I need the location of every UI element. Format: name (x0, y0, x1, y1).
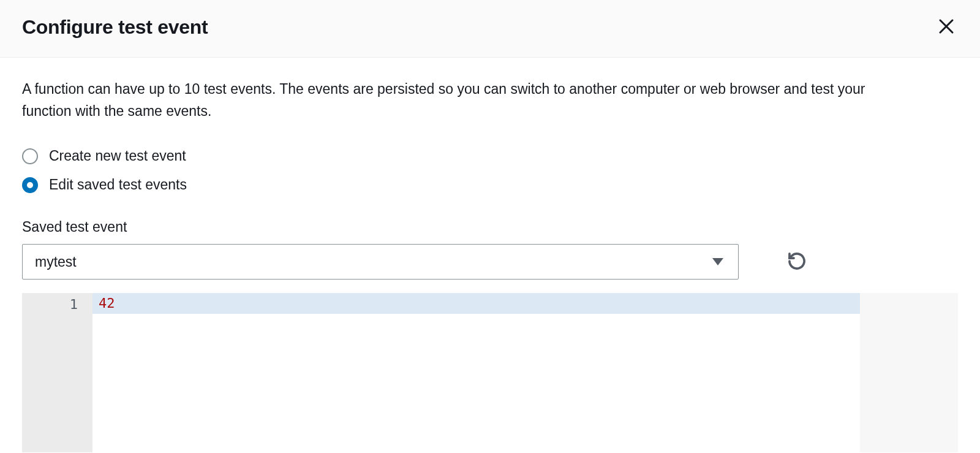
caret-down-icon (712, 258, 723, 265)
saved-test-event-row: mytest (22, 244, 958, 280)
code-editor[interactable]: 1 42 (22, 293, 958, 452)
code-line[interactable]: 42 (92, 293, 958, 314)
svg-marker-2 (712, 258, 723, 265)
modal-header: Configure test event (0, 0, 980, 58)
editor-code-area[interactable]: 42 (92, 293, 958, 452)
radio-inner-dot (27, 182, 33, 188)
editor-scrollbar-region[interactable] (860, 293, 958, 452)
modal-title: Configure test event (22, 16, 208, 39)
radio-icon (22, 148, 38, 164)
close-button[interactable] (935, 15, 958, 40)
editor-gutter: 1 (22, 293, 92, 452)
description-text: A function can have up to 10 test events… (22, 78, 910, 122)
select-value: mytest (35, 254, 726, 270)
refresh-button[interactable] (784, 248, 810, 276)
radio-label: Edit saved test events (49, 177, 187, 193)
gutter-line-number: 1 (22, 294, 92, 315)
radio-create-new-test-event[interactable]: Create new test event (22, 148, 958, 164)
radio-edit-saved-test-events[interactable]: Edit saved test events (22, 177, 958, 193)
modal-body: A function can have up to 10 test events… (0, 58, 980, 452)
radio-label: Create new test event (49, 148, 186, 164)
saved-test-event-select[interactable]: mytest (22, 244, 739, 280)
radio-icon (22, 177, 38, 193)
test-event-mode-radio-group: Create new test event Edit saved test ev… (22, 148, 958, 193)
refresh-icon (786, 264, 807, 273)
saved-test-event-label: Saved test event (22, 219, 958, 235)
close-icon (937, 17, 956, 37)
token-number: 42 (99, 295, 115, 311)
